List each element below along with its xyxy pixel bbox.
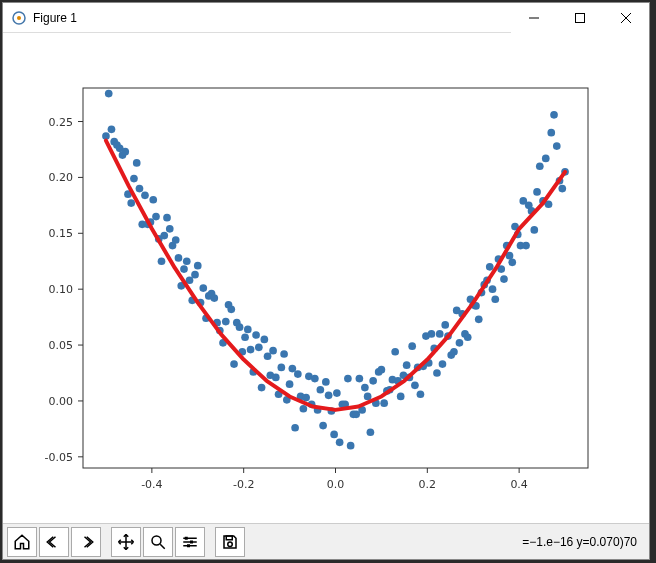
svg-point-188: [536, 162, 544, 170]
svg-point-116: [336, 438, 344, 446]
svg-point-153: [439, 360, 447, 368]
svg-text:0.15: 0.15: [49, 227, 74, 240]
svg-point-42: [130, 175, 138, 183]
svg-point-198: [152, 536, 161, 545]
svg-point-112: [325, 392, 333, 400]
back-button[interactable]: [39, 527, 69, 557]
svg-point-128: [369, 377, 377, 385]
svg-point-207: [228, 542, 233, 547]
svg-point-127: [367, 428, 375, 436]
svg-point-157: [450, 348, 458, 356]
svg-point-110: [319, 422, 327, 430]
svg-point-67: [199, 284, 207, 292]
svg-point-131: [378, 366, 386, 374]
subplots-button[interactable]: [175, 527, 205, 557]
svg-text:0.20: 0.20: [49, 171, 74, 184]
plot-svg: -0.4-0.20.00.20.4-0.050.000.050.100.150.…: [3, 33, 649, 523]
save-button[interactable]: [215, 527, 245, 557]
svg-point-175: [500, 275, 508, 283]
svg-point-88: [258, 384, 266, 392]
svg-point-41: [127, 199, 135, 207]
svg-point-196: [558, 185, 566, 193]
svg-text:0.05: 0.05: [49, 339, 74, 352]
svg-point-92: [269, 347, 277, 355]
svg-point-55: [166, 225, 174, 233]
svg-point-172: [491, 295, 499, 303]
svg-point-84: [247, 346, 255, 354]
svg-point-107: [311, 375, 319, 383]
svg-point-178: [508, 259, 516, 267]
svg-point-75: [222, 318, 230, 326]
svg-point-61: [183, 257, 191, 265]
svg-point-80: [236, 323, 244, 331]
svg-point-151: [433, 369, 441, 377]
svg-point-125: [361, 384, 369, 392]
svg-point-132: [380, 399, 388, 407]
svg-point-46: [141, 191, 149, 199]
svg-point-119: [344, 375, 352, 383]
svg-point-58: [175, 254, 183, 262]
svg-point-187: [533, 188, 541, 196]
svg-point-123: [356, 375, 364, 383]
pan-button[interactable]: [111, 527, 141, 557]
svg-point-86: [252, 331, 260, 339]
svg-point-95: [277, 364, 285, 372]
svg-point-65: [194, 262, 202, 270]
svg-rect-203: [185, 536, 188, 539]
svg-text:-0.05: -0.05: [45, 451, 73, 464]
svg-point-142: [408, 342, 416, 350]
svg-point-152: [436, 330, 444, 338]
svg-point-109: [317, 386, 325, 394]
app-icon: [11, 10, 27, 26]
svg-point-53: [160, 232, 168, 240]
forward-button[interactable]: [71, 527, 101, 557]
svg-point-154: [441, 321, 449, 329]
zoom-button[interactable]: [143, 527, 173, 557]
svg-point-193: [550, 111, 558, 119]
home-button[interactable]: [7, 527, 37, 557]
svg-point-166: [475, 316, 483, 324]
svg-point-57: [172, 236, 180, 244]
svg-point-49: [149, 196, 157, 204]
maximize-button[interactable]: [557, 3, 603, 33]
svg-point-138: [397, 393, 405, 401]
svg-point-99: [288, 365, 296, 373]
svg-point-103: [300, 405, 308, 413]
svg-line-199: [160, 544, 165, 549]
svg-text:0.25: 0.25: [49, 116, 74, 129]
window-title: Figure 1: [33, 11, 511, 25]
toolbar: =−1.e−16 y=0.070)70: [3, 523, 649, 559]
svg-point-149: [428, 330, 436, 338]
svg-text:0.4: 0.4: [510, 478, 528, 491]
svg-rect-6: [3, 33, 649, 523]
svg-rect-205: [187, 544, 190, 547]
cursor-status: =−1.e−16 y=0.070)70: [247, 535, 645, 549]
svg-point-170: [486, 263, 494, 271]
svg-point-43: [133, 159, 141, 167]
svg-point-183: [522, 242, 530, 250]
svg-point-50: [152, 213, 160, 221]
svg-text:-0.4: -0.4: [141, 478, 162, 491]
svg-point-100: [291, 424, 299, 432]
svg-point-120: [347, 442, 355, 450]
svg-point-111: [322, 378, 330, 386]
svg-point-54: [163, 214, 171, 222]
close-button[interactable]: [603, 3, 649, 33]
svg-point-145: [417, 390, 425, 398]
svg-point-98: [286, 380, 294, 388]
figure-canvas[interactable]: -0.4-0.20.00.20.4-0.050.000.050.100.150.…: [3, 33, 649, 523]
svg-point-104: [302, 394, 310, 402]
svg-point-34: [108, 126, 116, 134]
app-window: Figure 1 -0.4-0.20.00.20.4-0.050.000.050…: [2, 2, 650, 560]
svg-text:0.2: 0.2: [419, 478, 437, 491]
svg-point-77: [227, 305, 235, 313]
svg-text:0.0: 0.0: [327, 478, 345, 491]
svg-point-1: [17, 16, 21, 20]
svg-point-44: [136, 185, 144, 193]
minimize-button[interactable]: [511, 3, 557, 33]
svg-point-71: [210, 294, 218, 302]
svg-point-78: [230, 360, 238, 368]
svg-point-162: [464, 333, 472, 341]
svg-point-159: [456, 339, 464, 347]
svg-point-114: [330, 431, 338, 439]
